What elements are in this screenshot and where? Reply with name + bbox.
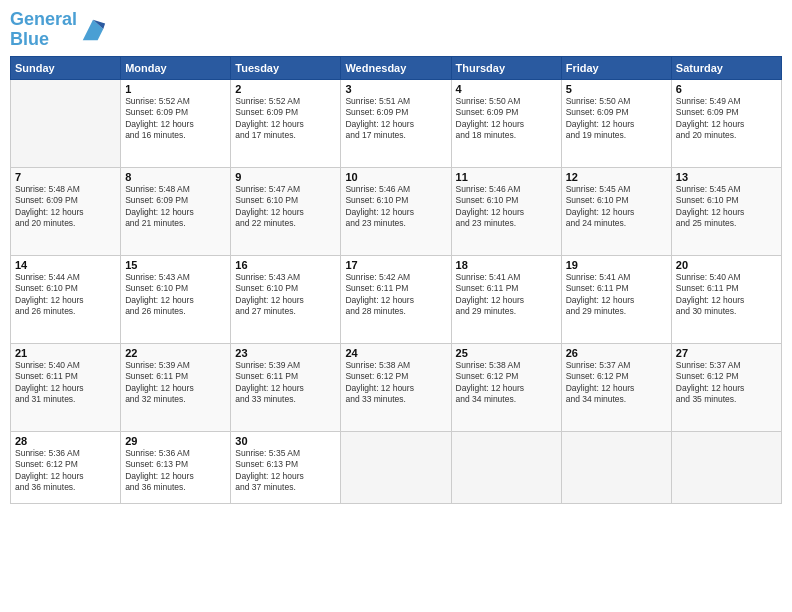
- calendar-cell: 26Sunrise: 5:37 AM Sunset: 6:12 PM Dayli…: [561, 343, 671, 431]
- calendar-cell: 23Sunrise: 5:39 AM Sunset: 6:11 PM Dayli…: [231, 343, 341, 431]
- week-row-5: 28Sunrise: 5:36 AM Sunset: 6:12 PM Dayli…: [11, 431, 782, 503]
- day-info: Sunrise: 5:48 AM Sunset: 6:09 PM Dayligh…: [125, 184, 226, 230]
- calendar-cell: 25Sunrise: 5:38 AM Sunset: 6:12 PM Dayli…: [451, 343, 561, 431]
- calendar-cell: 8Sunrise: 5:48 AM Sunset: 6:09 PM Daylig…: [121, 167, 231, 255]
- day-number: 12: [566, 171, 667, 183]
- day-number: 1: [125, 83, 226, 95]
- day-number: 5: [566, 83, 667, 95]
- day-info: Sunrise: 5:41 AM Sunset: 6:11 PM Dayligh…: [566, 272, 667, 318]
- day-info: Sunrise: 5:40 AM Sunset: 6:11 PM Dayligh…: [15, 360, 116, 406]
- column-header-wednesday: Wednesday: [341, 56, 451, 79]
- day-info: Sunrise: 5:41 AM Sunset: 6:11 PM Dayligh…: [456, 272, 557, 318]
- day-info: Sunrise: 5:46 AM Sunset: 6:10 PM Dayligh…: [456, 184, 557, 230]
- day-number: 13: [676, 171, 777, 183]
- day-info: Sunrise: 5:50 AM Sunset: 6:09 PM Dayligh…: [456, 96, 557, 142]
- day-number: 17: [345, 259, 446, 271]
- calendar-cell: [451, 431, 561, 503]
- day-info: Sunrise: 5:48 AM Sunset: 6:09 PM Dayligh…: [15, 184, 116, 230]
- day-number: 19: [566, 259, 667, 271]
- day-info: Sunrise: 5:36 AM Sunset: 6:12 PM Dayligh…: [15, 448, 116, 494]
- calendar-cell: 3Sunrise: 5:51 AM Sunset: 6:09 PM Daylig…: [341, 79, 451, 167]
- day-number: 16: [235, 259, 336, 271]
- day-number: 2: [235, 83, 336, 95]
- column-header-sunday: Sunday: [11, 56, 121, 79]
- calendar-cell: 27Sunrise: 5:37 AM Sunset: 6:12 PM Dayli…: [671, 343, 781, 431]
- calendar-cell: 24Sunrise: 5:38 AM Sunset: 6:12 PM Dayli…: [341, 343, 451, 431]
- day-info: Sunrise: 5:42 AM Sunset: 6:11 PM Dayligh…: [345, 272, 446, 318]
- calendar-cell: 2Sunrise: 5:52 AM Sunset: 6:09 PM Daylig…: [231, 79, 341, 167]
- calendar-cell: 22Sunrise: 5:39 AM Sunset: 6:11 PM Dayli…: [121, 343, 231, 431]
- logo: General Blue: [10, 10, 107, 50]
- day-info: Sunrise: 5:47 AM Sunset: 6:10 PM Dayligh…: [235, 184, 336, 230]
- day-number: 14: [15, 259, 116, 271]
- day-info: Sunrise: 5:37 AM Sunset: 6:12 PM Dayligh…: [566, 360, 667, 406]
- day-info: Sunrise: 5:39 AM Sunset: 6:11 PM Dayligh…: [235, 360, 336, 406]
- day-info: Sunrise: 5:45 AM Sunset: 6:10 PM Dayligh…: [566, 184, 667, 230]
- day-info: Sunrise: 5:38 AM Sunset: 6:12 PM Dayligh…: [345, 360, 446, 406]
- calendar-cell: 30Sunrise: 5:35 AM Sunset: 6:13 PM Dayli…: [231, 431, 341, 503]
- day-number: 7: [15, 171, 116, 183]
- day-number: 15: [125, 259, 226, 271]
- day-number: 18: [456, 259, 557, 271]
- logo-text: General Blue: [10, 10, 77, 50]
- calendar-cell: 10Sunrise: 5:46 AM Sunset: 6:10 PM Dayli…: [341, 167, 451, 255]
- calendar-header-row: SundayMondayTuesdayWednesdayThursdayFrid…: [11, 56, 782, 79]
- day-info: Sunrise: 5:52 AM Sunset: 6:09 PM Dayligh…: [125, 96, 226, 142]
- calendar-cell: 5Sunrise: 5:50 AM Sunset: 6:09 PM Daylig…: [561, 79, 671, 167]
- calendar-cell: [671, 431, 781, 503]
- calendar-cell: 21Sunrise: 5:40 AM Sunset: 6:11 PM Dayli…: [11, 343, 121, 431]
- day-number: 8: [125, 171, 226, 183]
- calendar-cell: 16Sunrise: 5:43 AM Sunset: 6:10 PM Dayli…: [231, 255, 341, 343]
- day-number: 27: [676, 347, 777, 359]
- calendar-table: SundayMondayTuesdayWednesdayThursdayFrid…: [10, 56, 782, 504]
- day-info: Sunrise: 5:36 AM Sunset: 6:13 PM Dayligh…: [125, 448, 226, 494]
- day-number: 26: [566, 347, 667, 359]
- day-info: Sunrise: 5:39 AM Sunset: 6:11 PM Dayligh…: [125, 360, 226, 406]
- day-info: Sunrise: 5:44 AM Sunset: 6:10 PM Dayligh…: [15, 272, 116, 318]
- calendar-cell: 28Sunrise: 5:36 AM Sunset: 6:12 PM Dayli…: [11, 431, 121, 503]
- calendar-cell: 19Sunrise: 5:41 AM Sunset: 6:11 PM Dayli…: [561, 255, 671, 343]
- day-info: Sunrise: 5:38 AM Sunset: 6:12 PM Dayligh…: [456, 360, 557, 406]
- day-info: Sunrise: 5:46 AM Sunset: 6:10 PM Dayligh…: [345, 184, 446, 230]
- day-number: 29: [125, 435, 226, 447]
- calendar-cell: 13Sunrise: 5:45 AM Sunset: 6:10 PM Dayli…: [671, 167, 781, 255]
- calendar-cell: 7Sunrise: 5:48 AM Sunset: 6:09 PM Daylig…: [11, 167, 121, 255]
- calendar-cell: 1Sunrise: 5:52 AM Sunset: 6:09 PM Daylig…: [121, 79, 231, 167]
- calendar-cell: 29Sunrise: 5:36 AM Sunset: 6:13 PM Dayli…: [121, 431, 231, 503]
- day-number: 9: [235, 171, 336, 183]
- week-row-3: 14Sunrise: 5:44 AM Sunset: 6:10 PM Dayli…: [11, 255, 782, 343]
- calendar-cell: [11, 79, 121, 167]
- day-number: 30: [235, 435, 336, 447]
- day-info: Sunrise: 5:35 AM Sunset: 6:13 PM Dayligh…: [235, 448, 336, 494]
- calendar-cell: 14Sunrise: 5:44 AM Sunset: 6:10 PM Dayli…: [11, 255, 121, 343]
- column-header-saturday: Saturday: [671, 56, 781, 79]
- day-number: 23: [235, 347, 336, 359]
- calendar-cell: 4Sunrise: 5:50 AM Sunset: 6:09 PM Daylig…: [451, 79, 561, 167]
- day-number: 28: [15, 435, 116, 447]
- day-number: 21: [15, 347, 116, 359]
- day-number: 25: [456, 347, 557, 359]
- page-header: General Blue: [10, 10, 782, 50]
- calendar-cell: [341, 431, 451, 503]
- column-header-monday: Monday: [121, 56, 231, 79]
- column-header-thursday: Thursday: [451, 56, 561, 79]
- day-number: 3: [345, 83, 446, 95]
- day-number: 20: [676, 259, 777, 271]
- calendar-cell: 17Sunrise: 5:42 AM Sunset: 6:11 PM Dayli…: [341, 255, 451, 343]
- day-info: Sunrise: 5:40 AM Sunset: 6:11 PM Dayligh…: [676, 272, 777, 318]
- day-info: Sunrise: 5:45 AM Sunset: 6:10 PM Dayligh…: [676, 184, 777, 230]
- calendar-cell: 9Sunrise: 5:47 AM Sunset: 6:10 PM Daylig…: [231, 167, 341, 255]
- calendar-cell: [561, 431, 671, 503]
- calendar-body: 1Sunrise: 5:52 AM Sunset: 6:09 PM Daylig…: [11, 79, 782, 503]
- logo-icon: [79, 16, 107, 44]
- day-info: Sunrise: 5:43 AM Sunset: 6:10 PM Dayligh…: [235, 272, 336, 318]
- day-info: Sunrise: 5:52 AM Sunset: 6:09 PM Dayligh…: [235, 96, 336, 142]
- day-number: 6: [676, 83, 777, 95]
- day-number: 4: [456, 83, 557, 95]
- calendar-cell: 20Sunrise: 5:40 AM Sunset: 6:11 PM Dayli…: [671, 255, 781, 343]
- day-number: 24: [345, 347, 446, 359]
- week-row-2: 7Sunrise: 5:48 AM Sunset: 6:09 PM Daylig…: [11, 167, 782, 255]
- week-row-1: 1Sunrise: 5:52 AM Sunset: 6:09 PM Daylig…: [11, 79, 782, 167]
- calendar-cell: 15Sunrise: 5:43 AM Sunset: 6:10 PM Dayli…: [121, 255, 231, 343]
- calendar-cell: 12Sunrise: 5:45 AM Sunset: 6:10 PM Dayli…: [561, 167, 671, 255]
